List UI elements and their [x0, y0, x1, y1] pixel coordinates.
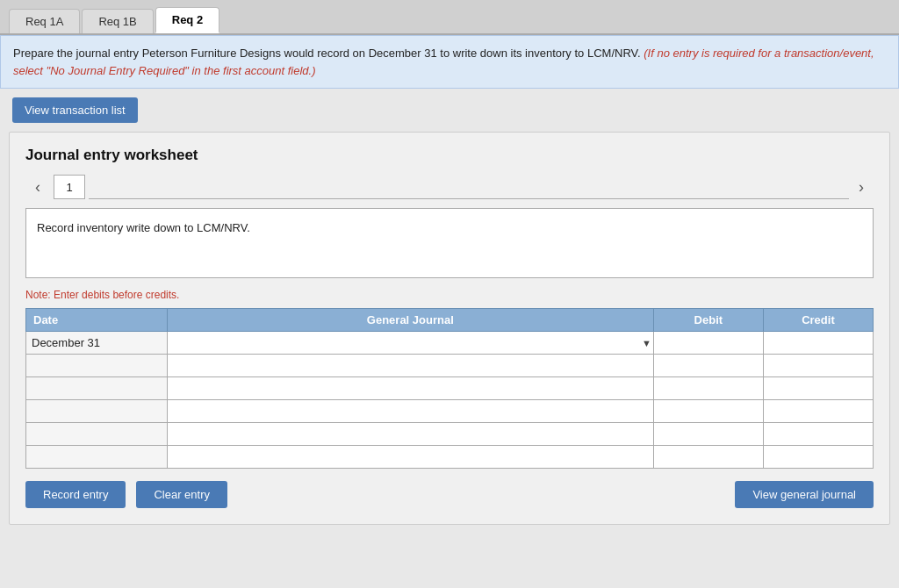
table-row	[26, 423, 874, 446]
date-cell: December 31	[26, 332, 168, 355]
account-cell	[167, 377, 653, 400]
table-row: December 31▼	[26, 332, 874, 355]
account-cell	[167, 446, 653, 469]
credit-cell	[763, 446, 873, 469]
instruction-main: Prepare the journal entry Peterson Furni…	[13, 47, 641, 60]
account-cell: ▼	[167, 332, 653, 355]
account-cell	[167, 355, 653, 377]
debit-input[interactable]	[654, 378, 763, 399]
debit-input[interactable]	[654, 401, 763, 422]
debit-input[interactable]	[654, 447, 763, 468]
col-header-general-journal: General Journal	[167, 309, 653, 332]
page-number: 1	[54, 175, 85, 199]
account-input[interactable]	[168, 378, 636, 399]
description-text: Record inventory write down to LCM/NRV.	[37, 221, 250, 234]
nav-row: ‹ 1 ›	[25, 175, 874, 199]
date-cell	[26, 400, 168, 423]
col-header-credit: Credit	[763, 309, 873, 332]
note-text: Note: Enter debits before credits.	[25, 289, 874, 301]
credit-cell	[763, 355, 873, 377]
account-input[interactable]	[168, 355, 636, 376]
credit-input[interactable]	[764, 333, 873, 354]
account-cell	[167, 423, 653, 446]
debit-cell	[653, 423, 763, 446]
table-row	[26, 355, 874, 377]
account-input[interactable]	[168, 333, 636, 354]
account-input[interactable]	[168, 424, 636, 445]
clear-entry-button[interactable]: Clear entry	[136, 481, 227, 508]
debit-input[interactable]	[654, 333, 763, 354]
date-cell	[26, 355, 168, 377]
credit-cell	[763, 423, 873, 446]
credit-cell	[763, 332, 873, 355]
date-cell	[26, 446, 168, 469]
table-row	[26, 377, 874, 400]
description-box: Record inventory write down to LCM/NRV.	[25, 208, 874, 278]
account-input[interactable]	[168, 447, 636, 468]
view-general-journal-button[interactable]: View general journal	[735, 481, 874, 508]
credit-input[interactable]	[764, 424, 873, 445]
credit-input[interactable]	[764, 378, 873, 399]
col-header-debit: Debit	[653, 309, 763, 332]
debit-cell	[653, 400, 763, 423]
tab-req2[interactable]: Req 2	[155, 7, 219, 33]
bottom-buttons: Record entry Clear entry View general jo…	[25, 481, 874, 508]
debit-input[interactable]	[654, 424, 763, 445]
debit-cell	[653, 332, 763, 355]
debit-cell	[653, 355, 763, 377]
worksheet-card: Journal entry worksheet ‹ 1 › Record inv…	[9, 132, 890, 525]
tab-req1a[interactable]: Req 1A	[9, 9, 80, 33]
date-cell	[26, 377, 168, 400]
debit-cell	[653, 377, 763, 400]
date-cell	[26, 423, 168, 446]
worksheet-title: Journal entry worksheet	[25, 147, 874, 164]
journal-table: Date General Journal Debit Credit Decemb…	[25, 308, 874, 469]
credit-input[interactable]	[764, 355, 873, 376]
credit-input[interactable]	[764, 447, 873, 468]
nav-tab-line	[89, 175, 849, 199]
account-cell	[167, 400, 653, 423]
col-header-date: Date	[26, 309, 168, 332]
debit-cell	[653, 446, 763, 469]
table-row	[26, 400, 874, 423]
credit-cell	[763, 377, 873, 400]
tab-req1b[interactable]: Req 1B	[82, 9, 153, 33]
debit-input[interactable]	[654, 355, 763, 376]
credit-input[interactable]	[764, 401, 873, 422]
next-page-button[interactable]: ›	[849, 175, 874, 199]
prev-page-button[interactable]: ‹	[25, 175, 50, 199]
table-row	[26, 446, 874, 469]
view-transaction-button[interactable]: View transaction list	[12, 97, 138, 123]
account-input[interactable]	[168, 401, 636, 422]
dropdown-arrow-icon[interactable]: ▼	[642, 338, 651, 348]
credit-cell	[763, 400, 873, 423]
tabs-bar: Req 1A Req 1B Req 2	[0, 0, 899, 35]
record-entry-button[interactable]: Record entry	[25, 481, 126, 508]
instruction-banner: Prepare the journal entry Peterson Furni…	[0, 35, 899, 89]
